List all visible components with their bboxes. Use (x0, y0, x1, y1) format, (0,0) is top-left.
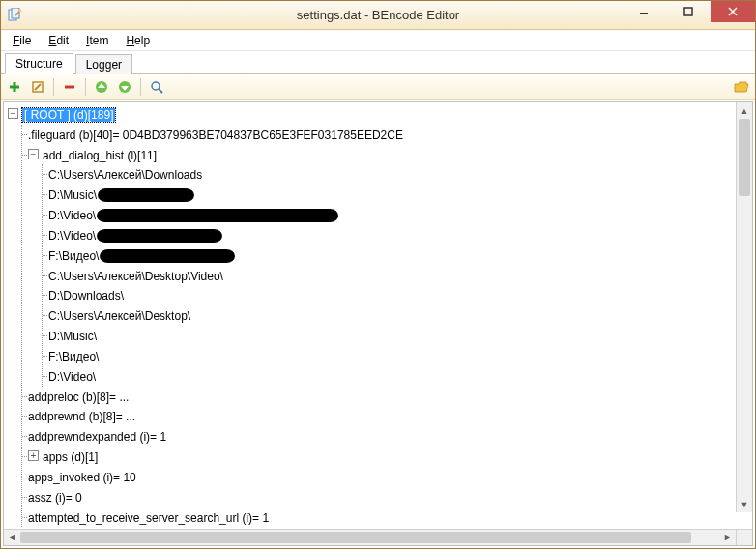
scroll-thumb[interactable] (20, 532, 691, 543)
toolbar-separator (85, 78, 86, 96)
tree-view[interactable]: −[ ROOT ] (d)[189] .fileguard (b)[40]= 0… (4, 102, 736, 529)
maximize-button[interactable] (666, 1, 711, 22)
redacted-region (98, 188, 194, 202)
vertical-scrollbar[interactable]: ▲ ▼ (736, 102, 752, 512)
edit-button[interactable] (28, 77, 47, 97)
scroll-left-icon[interactable]: ◄ (4, 530, 20, 546)
collapse-icon[interactable]: − (28, 149, 39, 159)
tree-item[interactable]: addpreloc (b)[8]= ... (28, 387, 736, 407)
tree-item[interactable]: C:\Users\Алексей\Desktop\Video\ (48, 266, 736, 286)
close-button[interactable] (711, 1, 755, 22)
tree-item-label: C:\Users\Алексей\Desktop\ (48, 309, 190, 323)
menubar: File Edit Item Help (1, 30, 755, 51)
toolbar (1, 74, 755, 100)
scroll-down-icon[interactable]: ▼ (737, 496, 752, 512)
tree-item[interactable]: assz (i)= 0 (28, 487, 736, 507)
tree-item[interactable]: D:\Video\ (48, 205, 736, 225)
tree-item-add-dialog-hist[interactable]: −add_dialog_hist (l)[11] (28, 145, 736, 165)
horizontal-scrollbar[interactable]: ◄ ► (4, 529, 752, 545)
tree-item-label: D:\Video\ (48, 229, 96, 243)
tree-item[interactable]: apps_invoked (i)= 10 (28, 467, 736, 487)
scroll-corner (736, 530, 752, 546)
menu-item[interactable]: Item (78, 32, 116, 49)
tree-item-label: D:\Music\ (48, 188, 97, 202)
svg-rect-4 (684, 8, 692, 15)
expand-icon[interactable]: + (28, 450, 39, 461)
tree-pane: −[ ROOT ] (d)[189] .fileguard (b)[40]= 0… (3, 101, 753, 546)
collapse-icon[interactable]: − (8, 108, 18, 119)
search-button[interactable] (147, 77, 166, 97)
menu-edit[interactable]: Edit (41, 32, 76, 49)
tree-item[interactable]: .fileguard (b)[40]= 0D4BD379963BE704837B… (28, 125, 736, 145)
svg-point-2 (19, 9, 22, 12)
tree-item[interactable]: D:\Music\ (48, 326, 736, 346)
svg-line-14 (159, 89, 162, 93)
redacted-region (97, 209, 338, 222)
tree-item[interactable]: D:\Video\ (48, 225, 736, 246)
tree-item[interactable]: attempted_to_receive_server_search_url (… (28, 507, 736, 528)
workarea: −[ ROOT ] (d)[189] .fileguard (b)[40]= 0… (1, 100, 755, 548)
tree-item-label: C:\Users\Алексей\Downloads (48, 168, 202, 182)
menu-help[interactable]: Help (118, 32, 158, 49)
add-button[interactable] (5, 77, 24, 97)
toolbar-separator (53, 78, 54, 96)
toolbar-separator (140, 78, 141, 96)
window-controls (622, 1, 755, 29)
app-window: settings.dat - BEncode Editor File Edit … (0, 0, 756, 549)
minimize-button[interactable] (622, 1, 666, 22)
tree-item-label: D:\Downloads\ (48, 289, 124, 303)
tree-item-label: F:\Видео\ (48, 350, 99, 363)
tree-item-label: D:\Video\ (48, 209, 96, 222)
scroll-thumb[interactable] (739, 119, 750, 196)
delete-button[interactable] (60, 77, 79, 97)
redacted-region (100, 249, 235, 263)
tree-item[interactable]: addprewndexpanded (i)= 1 (28, 426, 736, 447)
titlebar[interactable]: settings.dat - BEncode Editor (1, 1, 755, 30)
move-up-button[interactable] (92, 77, 111, 97)
tree-item[interactable]: D:\Video\ (48, 366, 736, 387)
tree-item[interactable]: C:\Users\Алексей\Desktop\ (48, 305, 736, 326)
tree-item[interactable]: addprewnd (b)[8]= ... (28, 406, 736, 426)
svg-point-13 (152, 82, 160, 90)
tree-item[interactable]: D:\Downloads\ (48, 285, 736, 305)
tree-item[interactable]: F:\Видео\ (48, 346, 736, 366)
tree-item[interactable]: F:\Видео\ (48, 246, 736, 266)
tabbar: Structure Logger (1, 51, 755, 74)
tab-structure[interactable]: Structure (5, 53, 73, 74)
tree-item-label: F:\Видео\ (48, 249, 99, 263)
tab-logger[interactable]: Logger (75, 54, 132, 74)
tree-item-label: C:\Users\Алексей\Desktop\Video\ (48, 269, 223, 282)
scroll-up-icon[interactable]: ▲ (737, 102, 752, 119)
menu-file[interactable]: File (5, 32, 39, 49)
tree-item-label: D:\Video\ (48, 370, 96, 384)
move-down-button[interactable] (115, 77, 134, 97)
scroll-right-icon[interactable]: ► (719, 530, 736, 546)
tree-item-label: D:\Music\ (48, 330, 97, 343)
tree-root[interactable]: −[ ROOT ] (d)[189] (8, 104, 736, 125)
app-icon (7, 8, 22, 23)
tree-item[interactable]: C:\Users\Алексей\Downloads (48, 164, 736, 185)
redacted-region (97, 229, 222, 243)
tree-item[interactable]: D:\Music\ (48, 185, 736, 205)
tree-item-apps[interactable]: +apps (d)[1] (28, 447, 736, 467)
open-folder-button[interactable] (732, 77, 751, 97)
